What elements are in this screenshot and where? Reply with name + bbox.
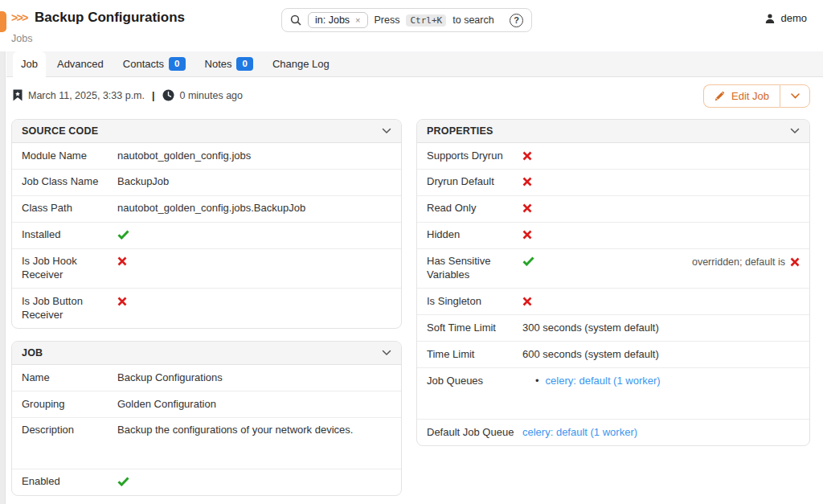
row-value: BackupJob [117, 175, 391, 189]
row-value [522, 150, 800, 161]
row-label: Default Job Queue [427, 426, 522, 440]
cross-icon [790, 257, 800, 267]
panel-row: Installed [12, 223, 401, 249]
tab-change-log[interactable]: Change Log [264, 51, 338, 76]
panel: SOURCE CODE Module Namenautobot_golden_c… [11, 119, 402, 329]
row-value [522, 202, 800, 213]
main-content: SOURCE CODE Module Namenautobot_golden_c… [6, 114, 823, 504]
chevron-down-icon [382, 128, 391, 134]
panel-row: Read Only [417, 196, 809, 223]
job-queue-link[interactable]: celery: default (1 worker) [546, 375, 661, 387]
panel-row: Default Job Queuecelery: default (1 work… [417, 420, 809, 445]
chevron-down-icon [791, 93, 800, 99]
panel-row: Has Sensitive Variablesoverridden; defau… [417, 249, 809, 289]
cross-icon [117, 256, 127, 266]
cross-icon [522, 203, 532, 213]
search-bar[interactable]: in: Jobs × Press Ctrl+K to search ? [281, 8, 532, 32]
panel-header[interactable]: SOURCE CODE [12, 120, 401, 143]
row-label: Hidden [427, 228, 522, 242]
username: demo [780, 12, 807, 24]
tab-label: Change Log [272, 58, 330, 70]
row-label: Class Path [22, 202, 117, 215]
search-kbd: Ctrl+K [406, 14, 446, 27]
breadcrumb[interactable]: Jobs [11, 33, 32, 44]
row-value [117, 295, 391, 306]
row-value [522, 255, 692, 266]
panel: JOB NameBackup ConfigurationsGroupingGol… [11, 341, 402, 496]
panel-header[interactable]: JOB [12, 342, 401, 365]
clock-icon [162, 89, 174, 101]
row-label: Installed [22, 228, 117, 242]
row-label: Grouping [22, 398, 117, 412]
cross-icon [522, 151, 532, 161]
chevron-down-icon [382, 350, 391, 356]
last-updated: March 11, 2025, 3:33 p.m. [28, 90, 145, 101]
tab-label: Contacts [123, 58, 164, 70]
row-label: Module Name [22, 150, 117, 163]
job-queue-link[interactable]: celery: default (1 worker) [522, 426, 637, 438]
search-hint-press: Press [375, 14, 400, 26]
tab-advanced[interactable]: Advanced [49, 51, 112, 76]
panel-row: Class Pathnautobot_golden_config.jobs.Ba… [12, 196, 401, 223]
tab-notes[interactable]: Notes0 [197, 51, 261, 76]
panel-row: Is Singleton [417, 289, 809, 315]
panel-row: GroupingGolden Configuration [12, 391, 401, 418]
panel-row: Job Class NameBackupJob [12, 170, 401, 196]
edit-job-button[interactable]: Edit Job [703, 84, 780, 108]
help-icon[interactable]: ? [510, 14, 523, 27]
tab-label: Advanced [57, 58, 104, 70]
header: >>> Backup Configurations Jobs in: Jobs … [6, 0, 823, 51]
right-column: PROPERTIES Supports DryrunDryrun Default… [416, 119, 810, 504]
row-label: Job Class Name [22, 175, 117, 189]
panel-row: Soft Time Limit300 seconds (system defau… [417, 315, 809, 342]
tab-label: Job [21, 58, 38, 70]
row-label: Soft Time Limit [427, 322, 522, 335]
panel-body: NameBackup ConfigurationsGroupingGolden … [12, 365, 401, 495]
tab-contacts[interactable]: Contacts0 [115, 51, 194, 76]
row-value [522, 295, 800, 306]
sidebar-toggle[interactable] [0, 11, 6, 32]
row-value [117, 255, 391, 266]
check-icon [117, 230, 129, 240]
tab-bar: JobAdvancedContacts0Notes0Change Log [6, 51, 823, 77]
left-column: SOURCE CODE Module Namenautobot_golden_c… [11, 119, 402, 504]
panel: PROPERTIES Supports DryrunDryrun Default… [416, 119, 810, 446]
panel-row: Hidden [417, 223, 809, 249]
panel-row: Supports Dryrun [417, 143, 809, 170]
check-icon [522, 256, 534, 266]
nautobot-logo-icon[interactable]: >>> [11, 11, 27, 24]
row-value [117, 475, 391, 486]
page-title: Backup Configurations [35, 10, 185, 26]
row-label: Is Job Hook Receiver [22, 255, 117, 282]
search-scope-chip[interactable]: in: Jobs × [308, 12, 368, 28]
chip-close-icon[interactable]: × [355, 15, 360, 25]
sidebar-rail [0, 51, 6, 504]
row-label: Description [22, 424, 117, 437]
panel-row: Is Job Button Receiver [12, 289, 401, 328]
row-label: Is Job Button Receiver [22, 295, 117, 322]
row-value: nautobot_golden_config.jobs [117, 150, 391, 163]
row-value: 600 seconds (system default) [522, 348, 800, 362]
row-label: Has Sensitive Variables [427, 255, 522, 282]
panel-row: Job Queues•celery: default (1 worker) [417, 368, 809, 420]
user-menu[interactable]: demo [764, 12, 807, 24]
panel-row: Module Namenautobot_golden_config.jobs [12, 143, 401, 170]
row-value: nautobot_golden_config.jobs.BackupJob [117, 202, 391, 215]
row-label: Name [22, 371, 117, 385]
panel-body: Module Namenautobot_golden_config.jobsJo… [12, 143, 401, 328]
override-note-text: overridden; default is [692, 256, 785, 268]
row-value [522, 228, 800, 240]
panel-header[interactable]: PROPERTIES [417, 120, 809, 143]
row-label: Job Queues [427, 375, 522, 388]
panel-title: PROPERTIES [427, 125, 493, 137]
row-label: Enabled [22, 475, 117, 489]
tab-badge: 0 [169, 57, 185, 72]
row-label: Supports Dryrun [427, 150, 522, 163]
row-value: Backup Configurations [117, 371, 391, 385]
edit-job-dropdown[interactable] [780, 84, 810, 108]
panel-row: Dryrun Default [417, 170, 809, 196]
tab-job[interactable]: Job [13, 51, 46, 76]
edit-job-label: Edit Job [731, 90, 769, 102]
bookmark-icon [13, 89, 23, 101]
object-meta: March 11, 2025, 3:33 p.m. | 0 minutes ag… [13, 89, 243, 101]
